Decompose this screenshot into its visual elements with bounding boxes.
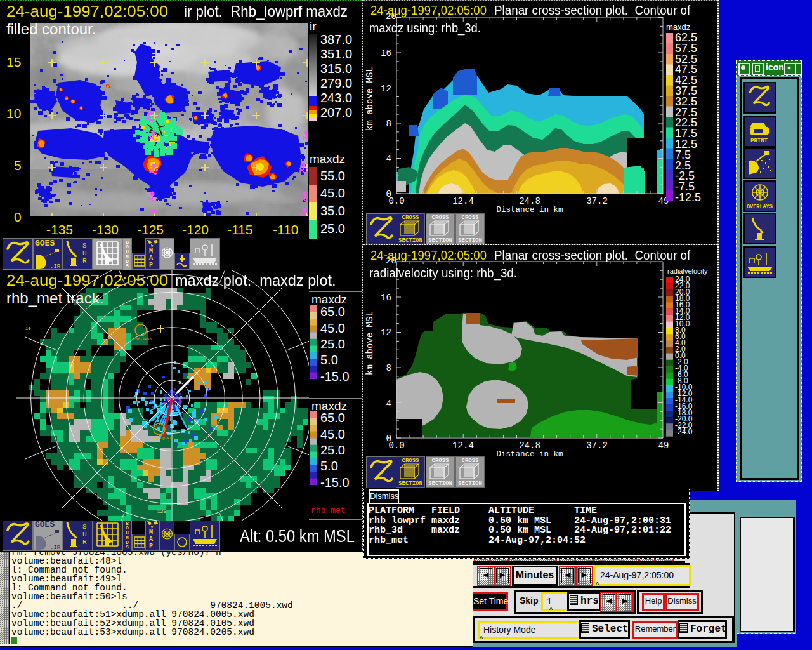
svg-text:PRINT: PRINT [750, 138, 768, 144]
svg-text:P: P [149, 262, 153, 269]
svg-text:0.0: 0.0 [388, 441, 404, 451]
svg-text:4: 4 [386, 399, 391, 409]
svg-text:-125: -125 [154, 508, 166, 514]
svg-text:R: R [82, 538, 87, 546]
svg-text:12.4: 12.4 [452, 196, 474, 206]
svg-text:24.8: 24.8 [519, 196, 540, 206]
svg-text:A: A [149, 255, 153, 262]
svg-text:24.8: 24.8 [519, 441, 540, 451]
svg-text:Distance in km: Distance in km [496, 206, 563, 215]
svg-text:km above MSL: km above MSL [365, 311, 375, 375]
svg-text:16: 16 [381, 293, 391, 303]
svg-text:.IR: .IR [50, 545, 61, 550]
svg-text:12: 12 [381, 84, 391, 94]
svg-text:M: M [149, 529, 153, 536]
svg-text:8: 8 [386, 363, 391, 373]
svg-text:S: S [82, 242, 87, 249]
svg-text:49: 49 [658, 441, 669, 451]
svg-text:P: P [149, 543, 153, 550]
svg-text:0.0: 0.0 [388, 196, 404, 206]
svg-text:M: M [149, 248, 153, 255]
svg-text:km above MSL: km above MSL [365, 67, 375, 131]
svg-text:U: U [82, 249, 87, 257]
svg-text:10: 10 [25, 326, 30, 331]
svg-text:rhb-seab: rhb-seab [133, 337, 152, 342]
svg-text:8: 8 [386, 119, 391, 129]
svg-text:A: A [149, 536, 153, 543]
svg-text:12: 12 [381, 328, 391, 338]
svg-text:R: R [82, 257, 87, 265]
svg-text:OVERLAYS: OVERLAYS [747, 204, 773, 210]
svg-text:U: U [82, 531, 87, 538]
svg-text:S: S [82, 523, 87, 531]
svg-text:24-aug-97: 24-aug-97 [151, 436, 172, 441]
svg-text:Distance in km: Distance in km [496, 450, 563, 459]
svg-text:12.4: 12.4 [452, 441, 474, 451]
svg-text:.IR: .IR [50, 263, 61, 269]
svg-text:16: 16 [381, 48, 391, 58]
svg-text:37.2: 37.2 [586, 441, 608, 451]
svg-text:4: 4 [386, 154, 391, 164]
svg-text:37.2: 37.2 [586, 196, 608, 206]
